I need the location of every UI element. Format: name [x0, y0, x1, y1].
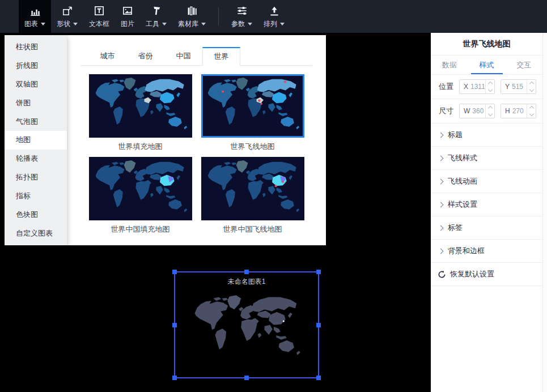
map-option-world-china-flight[interactable]: 世界中国飞线地图 — [201, 157, 304, 240]
toolbar-arrange-button[interactable]: 排列 — [258, 0, 290, 33]
chevron-down-icon — [73, 23, 78, 25]
decrement-icon[interactable] — [529, 87, 533, 92]
toolbar-arrange-label: 排列 — [264, 19, 277, 29]
tab-province[interactable]: 省份 — [126, 47, 164, 65]
toolbar-shapes-label: 形状 — [57, 19, 70, 29]
w-prefix-label: W — [464, 107, 470, 115]
w-value: 360 — [472, 107, 484, 115]
increment-icon[interactable] — [529, 82, 533, 86]
menu-item-pie-chart[interactable]: 饼图 — [5, 93, 67, 112]
section-style-settings[interactable]: 样式设置 — [431, 193, 542, 216]
resize-handle-ne[interactable] — [316, 270, 321, 274]
menu-item-color-block[interactable]: 色块图 — [5, 205, 67, 224]
resize-handle-e[interactable] — [316, 323, 321, 327]
selected-chart-widget[interactable]: 未命名图表1 — [174, 271, 319, 378]
chevron-down-icon — [280, 23, 285, 25]
sliders-icon — [236, 5, 248, 17]
chart-type-menu: 柱状图 折线图 双轴图 饼图 气泡图 地图 轮播表 拓扑图 指标 色块图 自定义… — [5, 35, 67, 245]
chevron-right-icon — [438, 178, 444, 184]
decrement-icon[interactable] — [487, 112, 492, 116]
chevron-right-icon — [438, 155, 444, 161]
decrement-icon[interactable] — [487, 87, 492, 92]
height-input[interactable]: H 270 — [501, 104, 536, 118]
inspector-tabs: 数据 样式 交互 — [431, 56, 542, 75]
world-fill-thumbnail[interactable] — [89, 74, 192, 138]
map-option-world-china-fill[interactable]: 世界中国填充地图 — [89, 157, 192, 240]
toolbar-parameters-label: 参数 — [231, 19, 245, 29]
menu-item-line-chart[interactable]: 折线图 — [5, 57, 67, 75]
resize-handle-s[interactable] — [244, 376, 249, 380]
image-icon — [121, 5, 134, 17]
h-prefix-label: H — [505, 107, 510, 115]
menu-item-dual-axis-chart[interactable]: 双轴图 — [5, 75, 67, 94]
increment-icon[interactable] — [529, 106, 533, 110]
resize-handle-se[interactable] — [316, 376, 321, 380]
chevron-down-icon — [162, 23, 167, 25]
map-thumbnail-grid: 世界填充地图 世界飞线地图 世界中国填充地图 世界中国飞线地图 — [67, 74, 326, 240]
canvas-world-map — [191, 294, 302, 362]
resize-handle-w[interactable] — [172, 323, 177, 327]
position-label: 位置 — [439, 82, 453, 92]
tab-interaction[interactable]: 交互 — [505, 56, 542, 74]
chevron-down-icon — [248, 23, 252, 25]
increment-icon[interactable] — [487, 106, 492, 110]
increment-icon[interactable] — [487, 82, 492, 86]
section-labels[interactable]: 标签 — [431, 216, 542, 240]
map-option-label: 世界中国填充地图 — [89, 224, 192, 235]
position-row: 位置 X 1311 Y 515 — [431, 75, 542, 99]
y-position-input[interactable]: Y 515 — [501, 79, 536, 94]
toolbar-textbox-label: 文本框 — [89, 19, 109, 29]
section-title[interactable]: 标题 — [431, 123, 542, 147]
tab-city[interactable]: 城市 — [88, 47, 126, 65]
toolbar-charts-button[interactable]: 图表 — [19, 0, 51, 33]
section-background-border[interactable]: 背景和边框 — [431, 240, 542, 263]
resize-handle-nw[interactable] — [172, 270, 177, 274]
map-option-label: 世界填充地图 — [89, 142, 192, 152]
toolbar-image-button[interactable]: 图片 — [115, 0, 140, 33]
size-label: 尺寸 — [439, 106, 453, 116]
map-option-world-flight[interactable]: 世界飞线地图 — [201, 74, 304, 157]
chevron-right-icon — [438, 132, 444, 138]
world-china-fill-thumbnail[interactable] — [89, 157, 192, 220]
tab-world[interactable]: 世界 — [202, 47, 240, 66]
reset-label: 恢复默认设置 — [450, 269, 494, 279]
menu-item-topology[interactable]: 拓扑图 — [5, 168, 67, 187]
toolbar-parameters-button[interactable]: 参数 — [226, 0, 258, 33]
inspector-scrollbar[interactable] — [542, 33, 547, 392]
inspector-panel: 世界飞线地图 数据 样式 交互 位置 X 1311 Y 515 尺寸 W 360 — [431, 33, 542, 392]
map-option-world-fill[interactable]: 世界填充地图 — [89, 74, 192, 157]
reset-default-settings-button[interactable]: 恢复默认设置 — [431, 263, 542, 286]
decrement-icon[interactable] — [529, 112, 533, 116]
toolbar-textbox-button[interactable]: 文本框 — [83, 0, 115, 33]
chevron-down-icon — [41, 23, 45, 25]
tab-china[interactable]: 中国 — [164, 47, 202, 65]
map-gallery-tabs: 城市 省份 中国 世界 — [80, 47, 312, 66]
map-option-label: 世界飞线地图 — [201, 142, 304, 152]
toolbar-material-library-label: 素材库 — [178, 19, 198, 29]
menu-item-custom-chart[interactable]: 自定义图表 — [5, 224, 67, 242]
world-china-flight-thumbnail[interactable] — [201, 157, 304, 220]
menu-item-indicator[interactable]: 指标 — [5, 187, 67, 206]
tab-style[interactable]: 样式 — [468, 56, 506, 74]
x-position-input[interactable]: X 1311 — [459, 79, 495, 94]
menu-item-bubble-chart[interactable]: 气泡图 — [5, 112, 67, 131]
resize-handle-n[interactable] — [244, 270, 249, 274]
h-stepper[interactable] — [527, 104, 536, 118]
toolbar-shapes-button[interactable]: 形状 — [51, 0, 83, 33]
section-flight-line-animation[interactable]: 飞线动画 — [431, 170, 542, 193]
menu-item-bar-chart[interactable]: 柱状图 — [5, 38, 67, 57]
toolbar-tools-button[interactable]: 工具 — [140, 0, 172, 33]
menu-item-map[interactable]: 地图 — [5, 131, 67, 150]
tab-data[interactable]: 数据 — [431, 56, 468, 74]
chart-title: 未命名图表1 — [175, 277, 318, 287]
resize-handle-sw[interactable] — [172, 376, 177, 380]
toolbar-material-library-button[interactable]: 素材库 — [172, 0, 211, 33]
width-input[interactable]: W 360 — [459, 104, 495, 118]
toolbar-image-label: 图片 — [121, 19, 134, 29]
w-stepper[interactable] — [485, 104, 494, 118]
y-stepper[interactable] — [527, 80, 536, 93]
x-stepper[interactable] — [485, 80, 494, 93]
menu-item-carousel-table[interactable]: 轮播表 — [5, 150, 67, 168]
section-flight-line-style[interactable]: 飞线样式 — [431, 147, 542, 170]
world-flight-thumbnail[interactable] — [201, 74, 304, 138]
